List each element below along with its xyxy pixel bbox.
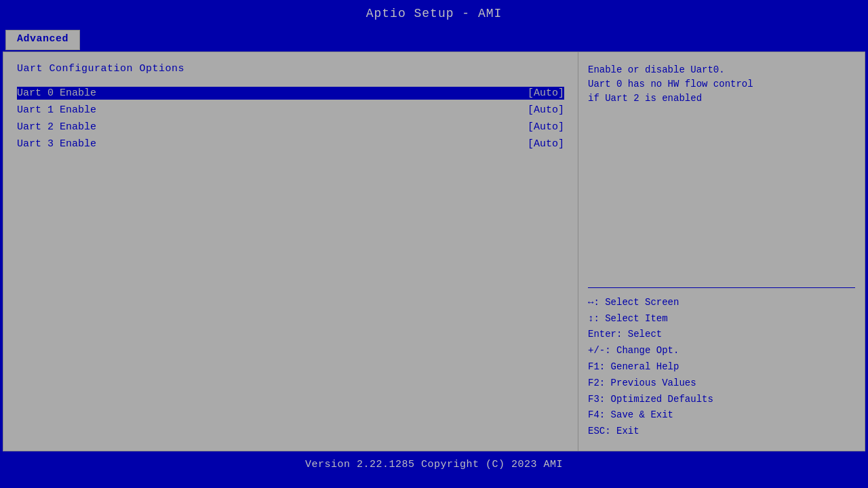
main-area: Uart Configuration Options Uart 0 Enable…: [3, 52, 865, 451]
config-item[interactable]: Uart 1 Enable[Auto]: [17, 104, 564, 117]
key-binding: ↕: Select Item: [588, 311, 855, 327]
config-item[interactable]: Uart 3 Enable[Auto]: [17, 138, 564, 150]
help-line: Uart 0 has no HW flow control: [588, 77, 855, 92]
app-title: Aptio Setup - AMI: [366, 7, 502, 20]
config-item[interactable]: Uart 0 Enable[Auto]: [17, 87, 564, 100]
config-value: [Auto]: [528, 138, 564, 150]
config-label: Uart 1 Enable: [17, 104, 96, 116]
key-binding: F2: Previous Values: [588, 375, 855, 392]
help-line: if Uart 2 is enabled: [588, 92, 855, 106]
help-line: Enable or disable Uart0.: [588, 63, 855, 77]
config-list: Uart 0 Enable[Auto]Uart 1 Enable[Auto]Ua…: [17, 87, 564, 150]
config-value: [Auto]: [528, 121, 564, 133]
footer: Version 2.22.1285 Copyright (C) 2023 AMI: [0, 453, 868, 476]
config-label: Uart 2 Enable: [17, 121, 96, 133]
key-bindings: ↔: Select Screen↕: Select ItemEnter: Sel…: [588, 295, 855, 440]
left-panel: Uart Configuration Options Uart 0 Enable…: [3, 52, 578, 451]
config-value: [Auto]: [528, 87, 564, 99]
help-text: Enable or disable Uart0.Uart 0 has no HW…: [588, 63, 855, 281]
tab-advanced[interactable]: Advanced: [5, 30, 80, 50]
key-binding: Enter: Select: [588, 327, 855, 343]
title-bar: Aptio Setup - AMI: [0, 0, 868, 27]
key-binding: F1: General Help: [588, 359, 855, 375]
version-text: Version 2.22.1285 Copyright (C) 2023 AMI: [305, 459, 563, 470]
key-binding: ↔: Select Screen: [588, 295, 855, 311]
tab-bar: Advanced: [0, 27, 868, 50]
key-binding: F3: Optimized Defaults: [588, 392, 855, 408]
config-value: [Auto]: [528, 104, 564, 116]
key-binding: ESC: Exit: [588, 424, 855, 440]
key-binding: +/-: Change Opt.: [588, 343, 855, 359]
config-label: Uart 3 Enable: [17, 138, 96, 150]
section-title: Uart Configuration Options: [17, 63, 564, 75]
divider: [588, 287, 855, 288]
config-item[interactable]: Uart 2 Enable[Auto]: [17, 121, 564, 134]
key-binding: F4: Save & Exit: [588, 407, 855, 424]
right-panel: Enable or disable Uart0.Uart 0 has no HW…: [578, 52, 865, 451]
config-label: Uart 0 Enable: [17, 87, 96, 99]
